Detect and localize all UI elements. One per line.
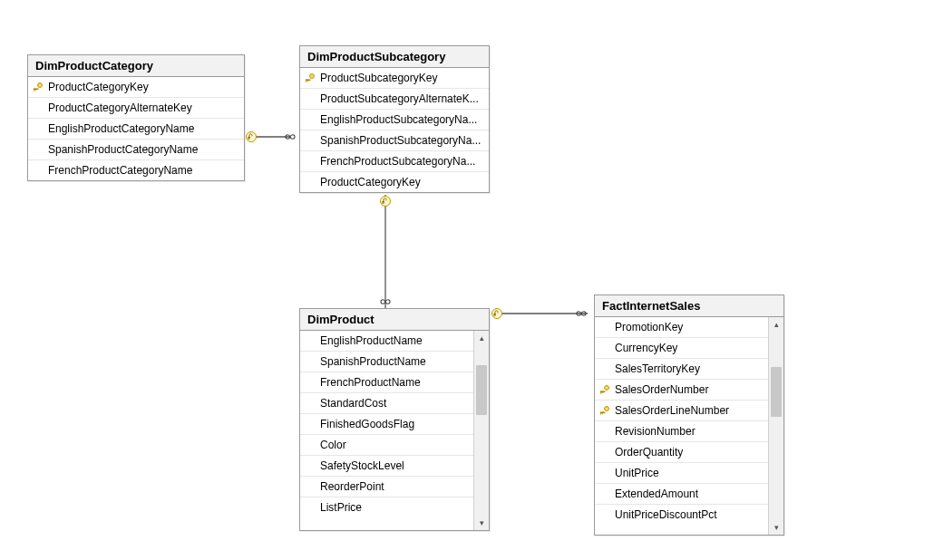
column-row[interactable]: ProductCategoryKey xyxy=(28,77,244,98)
scrollbar[interactable]: ▴ ▾ xyxy=(473,331,489,530)
table-factinternetsales[interactable]: FactInternetSales PromotionKey CurrencyK… xyxy=(594,294,784,536)
column-row[interactable]: FinishedGoodsFlag xyxy=(300,414,473,435)
column-name: ReorderPoint xyxy=(318,480,468,493)
scroll-down-icon[interactable]: ▾ xyxy=(769,520,783,535)
column-name: ProductCategoryKey xyxy=(46,81,238,93)
column-name: UnitPriceDiscountPct xyxy=(613,508,763,521)
svg-rect-7 xyxy=(35,89,36,91)
column-name: CurrencyKey xyxy=(613,342,763,354)
svg-rect-18 xyxy=(600,412,601,415)
column-row[interactable]: CurrencyKey xyxy=(595,338,768,359)
column-name: ProductCategoryKey xyxy=(318,176,483,188)
column-row[interactable]: SpanishProductName xyxy=(300,352,473,372)
column-name: FrenchProductCategoryName xyxy=(46,164,238,177)
column-name: SafetyStockLevel xyxy=(318,459,468,472)
column-name: ProductCategoryAlternateKey xyxy=(46,101,238,114)
svg-rect-11 xyxy=(307,80,308,82)
column-row[interactable]: EnglishProductName xyxy=(300,331,473,352)
column-name: SpanishProductSubcategoryNa... xyxy=(318,134,483,147)
column-list: ProductCategoryKey ProductCategoryAltern… xyxy=(28,77,244,180)
column-name: FrenchProductSubcategoryNa... xyxy=(318,155,483,168)
column-row[interactable]: ProductCategoryAlternateKey xyxy=(28,98,244,119)
column-row[interactable]: EnglishProductCategoryName xyxy=(28,119,244,140)
scrollbar[interactable]: ▴ ▾ xyxy=(768,317,783,535)
column-row[interactable]: EnglishProductSubcategoryNa... xyxy=(300,110,489,130)
column-name: StandardCost xyxy=(318,397,468,410)
svg-rect-19 xyxy=(602,412,603,414)
scroll-up-icon[interactable]: ▴ xyxy=(769,317,783,332)
scroll-down-icon[interactable]: ▾ xyxy=(474,516,489,530)
svg-rect-15 xyxy=(602,391,603,393)
diagram-canvas[interactable]: { "tables": { "dimProductCategory": { "t… xyxy=(0,0,934,560)
column-row[interactable]: SalesOrderLineNumber xyxy=(595,401,768,421)
svg-rect-6 xyxy=(34,89,34,92)
column-list: ProductSubcategoryKey ProductSubcategory… xyxy=(300,68,489,192)
column-row[interactable]: FrenchProductSubcategoryNa... xyxy=(300,151,489,172)
column-row[interactable]: OrderQuantity xyxy=(595,442,768,463)
scroll-thumb[interactable] xyxy=(476,365,487,415)
column-list: PromotionKey CurrencyKey SalesTerritoryK… xyxy=(595,317,768,535)
column-row[interactable]: SafetyStockLevel xyxy=(300,456,473,477)
svg-rect-14 xyxy=(600,391,601,394)
column-row[interactable]: ExtendedAmount xyxy=(595,484,768,505)
scroll-up-icon[interactable]: ▴ xyxy=(474,331,489,345)
column-row[interactable]: PromotionKey xyxy=(595,317,768,338)
column-name: SalesOrderLineNumber xyxy=(613,404,763,417)
column-name: FrenchProductName xyxy=(318,376,468,389)
svg-point-8 xyxy=(310,74,315,79)
column-name: FinishedGoodsFlag xyxy=(318,418,468,430)
svg-point-16 xyxy=(605,407,609,411)
column-name: EnglishProductSubcategoryNa... xyxy=(318,113,483,126)
primary-key-icon xyxy=(599,384,610,395)
table-dimproduct[interactable]: DimProduct EnglishProductName SpanishPro… xyxy=(299,308,490,531)
column-name: OrderQuantity xyxy=(613,446,763,459)
table-dimproductcategory[interactable]: DimProductCategory ProductCategoryKey Pr… xyxy=(27,54,245,181)
column-row[interactable]: SpanishProductCategoryName xyxy=(28,140,244,160)
svg-point-12 xyxy=(605,386,609,391)
svg-rect-10 xyxy=(306,80,306,82)
column-row[interactable]: ProductCategoryKey xyxy=(300,172,489,192)
column-name: ListPrice xyxy=(318,501,468,514)
column-list: EnglishProductName SpanishProductName Fr… xyxy=(300,331,473,530)
table-title: DimProductSubcategory xyxy=(300,46,489,68)
column-row[interactable]: StandardCost xyxy=(300,393,473,414)
column-row[interactable]: ProductSubcategoryKey xyxy=(300,68,489,89)
column-row[interactable]: UnitPrice xyxy=(595,463,768,484)
primary-key-icon xyxy=(599,405,610,416)
table-title: DimProduct xyxy=(300,309,489,331)
column-row[interactable]: FrenchProductCategoryName xyxy=(28,160,244,180)
column-row[interactable]: UnitPriceDiscountPct xyxy=(595,505,768,525)
column-name: SpanishProductName xyxy=(318,355,468,368)
column-name: EnglishProductName xyxy=(318,334,468,347)
column-row[interactable]: FrenchProductName xyxy=(300,372,473,393)
svg-point-4 xyxy=(38,83,43,88)
column-name: Color xyxy=(318,439,468,451)
column-name: PromotionKey xyxy=(613,321,763,333)
column-row[interactable]: ProductSubcategoryAlternateK... xyxy=(300,89,489,110)
column-row[interactable]: SalesTerritoryKey xyxy=(595,359,768,380)
column-row[interactable]: ReorderPoint xyxy=(300,477,473,497)
column-row[interactable]: SpanishProductSubcategoryNa... xyxy=(300,130,489,151)
column-name: ProductSubcategoryKey xyxy=(318,72,483,84)
column-row[interactable]: RevisionNumber xyxy=(595,421,768,442)
table-title: DimProductCategory xyxy=(28,55,244,77)
column-name: ProductSubcategoryAlternateK... xyxy=(318,92,483,105)
column-name: EnglishProductCategoryName xyxy=(46,122,238,135)
column-name: SpanishProductCategoryName xyxy=(46,143,238,156)
column-name: UnitPrice xyxy=(613,467,763,479)
column-row[interactable]: ListPrice xyxy=(300,497,473,517)
column-row[interactable]: SalesOrderNumber xyxy=(595,380,768,401)
table-dimproductsubcategory[interactable]: DimProductSubcategory ProductSubcategory… xyxy=(299,45,490,193)
column-row[interactable]: Color xyxy=(300,435,473,456)
scroll-thumb[interactable] xyxy=(771,367,782,417)
primary-key-icon xyxy=(33,82,44,92)
table-title: FactInternetSales xyxy=(595,295,783,317)
column-name: RevisionNumber xyxy=(613,425,763,438)
primary-key-icon xyxy=(305,72,316,83)
column-name: SalesOrderNumber xyxy=(613,383,763,396)
column-name: SalesTerritoryKey xyxy=(613,362,763,375)
column-name: ExtendedAmount xyxy=(613,488,763,500)
